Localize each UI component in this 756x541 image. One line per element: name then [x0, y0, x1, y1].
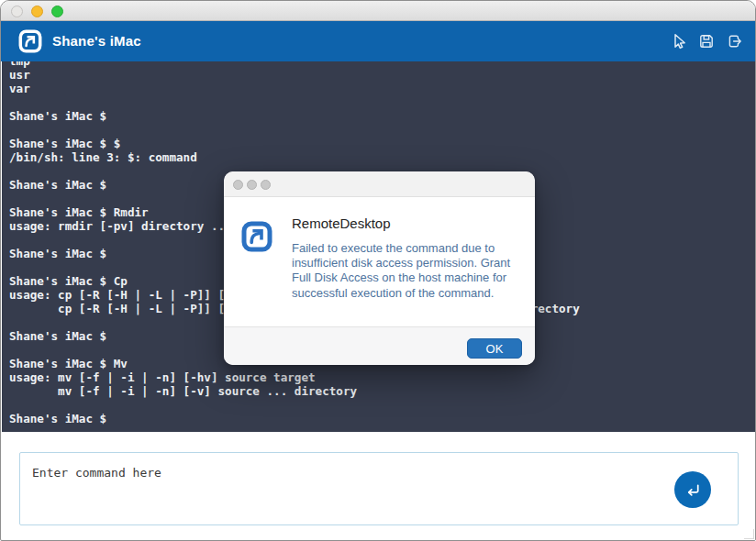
- dialog-message-line: insufficient disk access permission. Gra…: [292, 256, 527, 270]
- terminal-line: var: [9, 82, 756, 95]
- dialog-message: Failed to execute the command due toinsu…: [292, 241, 527, 301]
- terminal-line: Shane's iMac $ $: [9, 137, 756, 150]
- dialog-footer: OK: [224, 326, 535, 365]
- dialog-message-line: successful execution of the command.: [292, 286, 527, 301]
- terminal-line: Shane's iMac $: [9, 412, 756, 425]
- machine-name-title: Shane's iMac: [52, 21, 141, 61]
- terminal-line: tmp: [9, 61, 756, 68]
- ok-button[interactable]: OK: [467, 338, 522, 359]
- command-input-box: [19, 452, 739, 525]
- dialog-message-line: Full Disk Access on the host machine for: [292, 270, 527, 285]
- terminal-line: /bin/sh: line 3: $: command: [9, 150, 756, 164]
- screen: Shane's iMac tm: [0, 0, 756, 541]
- app-header: Shane's iMac: [1, 21, 755, 61]
- dialog-titlebar: [224, 171, 535, 197]
- dialog-zoom-dot: [261, 180, 271, 190]
- terminal-line: [9, 95, 756, 109]
- terminal-line: usage: mv [-f | -i | -n] [-hv] source ta…: [9, 370, 756, 384]
- dialog-message-line: Failed to execute the command due to: [292, 241, 527, 256]
- terminal-line: [9, 398, 756, 412]
- terminal-line: mv [-f | -i | -n] [-v] source ... direct…: [9, 384, 756, 398]
- terminal-line: Shane's iMac $: [9, 109, 756, 123]
- resize-grip[interactable]: [744, 529, 754, 539]
- command-input[interactable]: [20, 453, 738, 524]
- minimize-window-button[interactable]: [31, 6, 43, 17]
- dialog-close-dot: [233, 180, 243, 190]
- dialog-minimize-dot: [247, 180, 257, 190]
- exit-session-icon[interactable]: [727, 33, 743, 50]
- dialog-title: RemoteDesktop: [292, 215, 391, 231]
- terminal-line: usr: [9, 68, 756, 82]
- return-icon: [684, 481, 702, 499]
- close-window-button[interactable]: [11, 6, 23, 17]
- app-window: Shane's iMac tm: [0, 0, 756, 541]
- cursor-icon[interactable]: [670, 32, 688, 50]
- remote-desktop-app-icon: [241, 221, 272, 252]
- error-dialog: RemoteDesktop Failed to execute the comm…: [224, 171, 535, 365]
- terminal-line: [9, 123, 756, 137]
- save-icon[interactable]: [698, 33, 715, 50]
- window-titlebar: [1, 1, 755, 21]
- zoom-window-button[interactable]: [51, 6, 63, 17]
- send-command-button[interactable]: [674, 471, 711, 508]
- command-bar: [2, 432, 756, 541]
- remote-desktop-logo-icon: [18, 29, 42, 53]
